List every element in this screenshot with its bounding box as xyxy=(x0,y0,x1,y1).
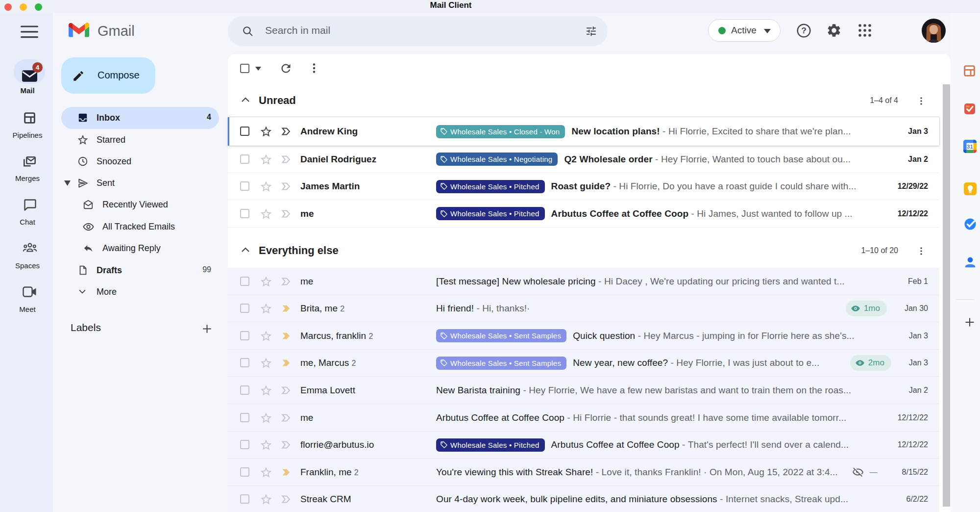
svg-text:31: 31 xyxy=(967,144,973,150)
svg-text:?: ? xyxy=(801,26,807,35)
